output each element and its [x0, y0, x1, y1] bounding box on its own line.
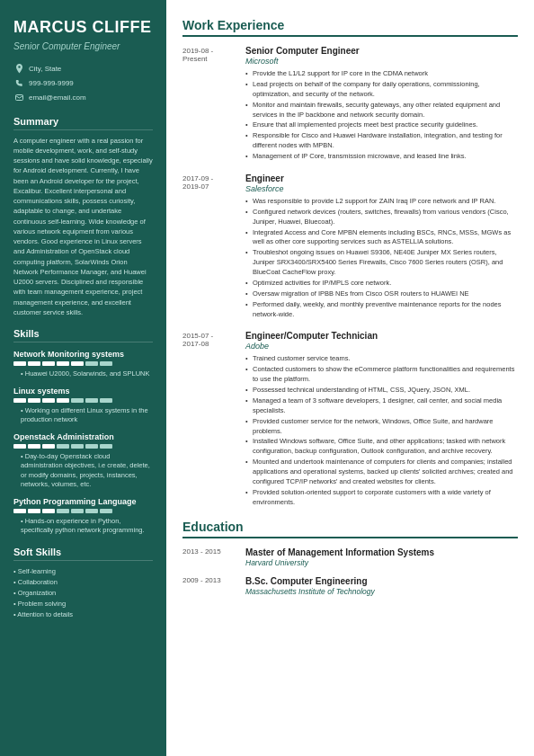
exp-role: Engineer — [245, 173, 518, 183]
exp-bullets: Was responsible to provide L2 support fo… — [245, 197, 518, 320]
skill-bar-segment — [100, 361, 112, 366]
exp-bullet: Mounted and undertook maintenance of com… — [245, 458, 518, 487]
experience-container: 2019-08 -PresentSenior Computer Engineer… — [182, 46, 518, 509]
exp-role: Senior Computer Engineer — [245, 46, 518, 56]
edu-school: Massachusetts Institute of Technology — [245, 587, 375, 596]
skill-bar-segment — [100, 398, 112, 403]
skill-bar-segment — [57, 398, 69, 403]
edu-content: Master of Management Information Systems… — [245, 547, 434, 567]
soft-skill-item: Problem solving — [13, 599, 153, 609]
exp-role: Engineer/Computer Technician — [245, 331, 518, 341]
skill-bar — [13, 398, 153, 403]
skill-detail: Hands-on experience in Python, specifica… — [13, 517, 153, 536]
edu-date: 2009 - 2013 — [182, 576, 245, 596]
education-entry: 2009 - 2013B.Sc. Computer EngineeringMas… — [182, 576, 518, 596]
skill-bar-segment — [71, 361, 84, 366]
exp-content: EngineerSalesforceWas responsible to pro… — [245, 173, 518, 321]
exp-bullets: Provide the L1/L2 support for IP core in… — [245, 69, 518, 162]
exp-bullet: Managed a team of 3 software developers,… — [245, 396, 518, 416]
contact-info: City, State 999-999-9999 email@email.com — [13, 64, 153, 103]
edu-school: Harvard University — [245, 558, 434, 567]
skill-bar-segment — [42, 361, 55, 366]
location-item: City, State — [13, 64, 153, 75]
skill-bar-segment — [71, 398, 84, 403]
exp-bullet: Provided solution-oriented support to co… — [245, 488, 518, 508]
exp-bullet: Responsible for Cisco and Huawei Hardwar… — [245, 131, 518, 151]
summary-section-title: Summary — [13, 116, 153, 130]
soft-skill-item: Self-learning — [13, 566, 153, 577]
email-item: email@email.com — [13, 93, 153, 103]
exp-bullet: Ensure that all implemented projects mee… — [245, 120, 518, 130]
skill-bar-segment — [100, 444, 112, 449]
sidebar: MARCUS CLIFFE Senior Computer Engineer C… — [0, 0, 166, 756]
phone-text: 999-999-9999 — [29, 79, 74, 87]
skill-bar-segment — [42, 444, 55, 449]
skill-bar-segment — [28, 444, 40, 449]
exp-content: Engineer/Computer TechnicianAdobeTrained… — [245, 331, 518, 508]
exp-date: 2019-08 -Present — [182, 46, 245, 163]
summary-text: A computer engineer with a real passion … — [13, 136, 153, 318]
skill-item: Linux systemsWorking on different Linux … — [13, 387, 153, 425]
main-content: Work Experience 2019-08 -PresentSenior C… — [166, 0, 534, 756]
soft-skill-item: Attention to details — [13, 609, 153, 620]
exp-bullet: Integrated Access and Core MPBN elements… — [245, 228, 518, 248]
exp-company: Adobe — [245, 342, 518, 351]
skill-bar-segment — [85, 444, 98, 449]
soft-skill-item: Organization — [13, 588, 153, 599]
work-experience-title: Work Experience — [182, 18, 518, 37]
edu-date: 2013 - 2015 — [182, 547, 245, 567]
skill-item: Python Programming LanguageHands-on expe… — [13, 497, 153, 536]
skill-name: Openstack Administration — [13, 432, 153, 441]
edu-degree: Master of Management Information Systems — [245, 547, 434, 557]
skill-bar-segment — [13, 509, 26, 513]
skill-name: Python Programming Language — [13, 497, 153, 506]
skill-bar-segment — [42, 398, 55, 403]
exp-bullet: Optimized activities for IP/MPLS core ne… — [245, 279, 518, 289]
soft-skills-section-title: Soft Skills — [13, 547, 153, 561]
exp-bullet: Oversaw migration of IPBB NEs from Cisco… — [245, 289, 518, 299]
skill-name: Network Monitoring systems — [13, 350, 153, 359]
soft-skills-container: Self-learningCollaborationOrganizationPr… — [13, 566, 153, 620]
skill-bar-segment — [28, 361, 40, 366]
phone-item: 999-999-9999 — [13, 78, 153, 89]
skill-bar-segment — [85, 509, 98, 513]
exp-bullet: Management of IP Core, transmission micr… — [245, 152, 518, 162]
skill-name: Linux systems — [13, 387, 153, 396]
edu-degree: B.Sc. Computer Engineering — [245, 576, 375, 586]
skill-bar-segment — [28, 509, 40, 513]
exp-bullet: Contacted customers to show the eCommerc… — [245, 365, 518, 385]
skill-bar-segment — [13, 361, 26, 366]
exp-bullet: Troubleshot ongoing issues on Huawei S93… — [245, 248, 518, 278]
exp-bullet: Configured network devices (routers, swi… — [245, 208, 518, 227]
exp-bullets: Trained customer service teams.Contacted… — [245, 354, 518, 507]
experience-entry: 2017-09 -2019-07EngineerSalesforceWas re… — [182, 173, 518, 321]
location-icon — [13, 64, 24, 75]
exp-company: Salesforce — [245, 184, 518, 193]
exp-bullet: Installed Windows software, Office Suite… — [245, 437, 518, 457]
exp-date: 2017-09 -2019-07 — [182, 173, 245, 321]
exp-date: 2015-07 -2017-08 — [182, 331, 245, 508]
edu-content: B.Sc. Computer EngineeringMassachusetts … — [245, 576, 375, 596]
skill-bar-segment — [71, 444, 84, 449]
education-title: Education — [182, 520, 518, 538]
skill-bar-segment — [42, 509, 55, 513]
skills-container: Network Monitoring systemsHuawei U2000, … — [13, 350, 153, 536]
candidate-name: MARCUS CLIFFE — [13, 18, 153, 38]
experience-entry: 2015-07 -2017-08Engineer/Computer Techni… — [182, 331, 518, 508]
skill-item: Network Monitoring systemsHuawei U2000, … — [13, 350, 153, 379]
soft-skill-item: Collaboration — [13, 577, 153, 588]
skill-bar-segment — [13, 398, 26, 403]
skill-bar — [13, 444, 153, 449]
skill-bar-segment — [28, 398, 40, 403]
skill-bar-segment — [100, 509, 112, 513]
skill-bar-segment — [57, 509, 69, 513]
exp-content: Senior Computer EngineerMicrosoftProvide… — [245, 46, 518, 163]
exp-bullet: Provided customer service for the networ… — [245, 417, 518, 437]
skill-bar — [13, 361, 153, 366]
skill-bar-segment — [57, 444, 69, 449]
exp-bullet: Possessed technical understanding of HTM… — [245, 386, 518, 396]
skills-section-title: Skills — [13, 328, 153, 342]
skill-bar-segment — [71, 509, 84, 513]
skill-item: Openstack AdministrationDay-to-day Opens… — [13, 432, 153, 490]
phone-icon — [13, 78, 24, 89]
